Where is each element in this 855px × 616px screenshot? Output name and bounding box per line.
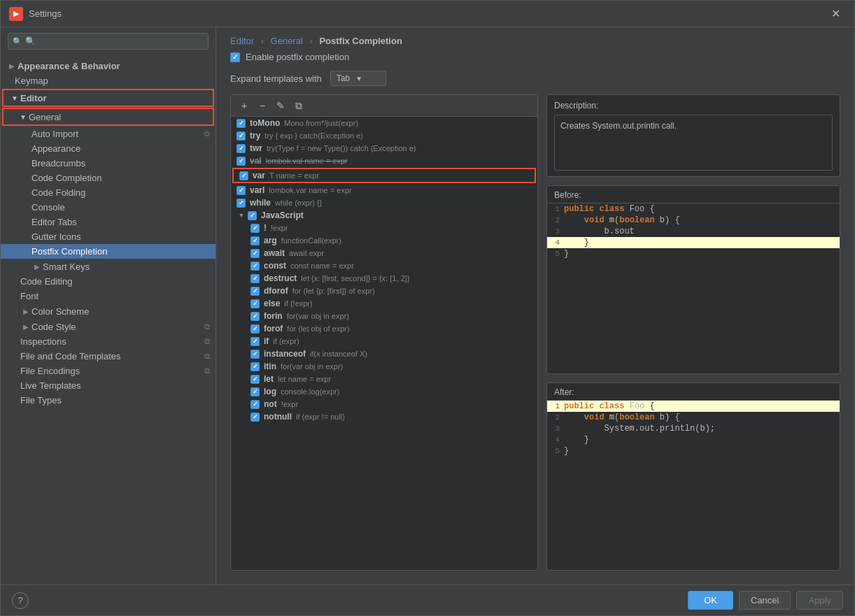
item-checkbox[interactable] — [250, 337, 260, 346]
list-item[interactable]: else if (!expr) — [231, 297, 537, 310]
list-item[interactable]: log console.log(expr) — [231, 385, 537, 398]
main-content: 🔍 ▶ Appearance & Behavior Keymap ▼ Edito… — [1, 27, 854, 585]
list-item[interactable]: instanceof if(x instanceof X) — [231, 348, 537, 360]
code-line: 4 } — [547, 434, 840, 445]
before-code-box: Before: 1 public class Foo { 2 void m(bo… — [546, 185, 840, 374]
code-line: 1 public class Foo { — [547, 203, 840, 215]
copy-button[interactable]: ⧉ — [291, 98, 306, 113]
item-checkbox[interactable] — [250, 299, 260, 308]
remove-button[interactable]: − — [255, 98, 270, 113]
sidebar-item-file-code-templates[interactable]: File and Code Templates ⧉ — [1, 349, 215, 364]
arrow-icon: ▶ — [20, 306, 31, 317]
sidebar-item-appearance-behavior[interactable]: ▶ Appearance & Behavior — [1, 58, 215, 73]
edit-button[interactable]: ✎ — [273, 98, 288, 113]
sidebar-item-appearance[interactable]: Appearance — [1, 141, 215, 156]
sidebar-label: Appearance — [31, 143, 210, 154]
list-item[interactable]: not !expr — [231, 398, 537, 410]
enable-label: Enable postfix completion — [246, 52, 349, 62]
list-item[interactable]: try try { exp } catch(Exception e) — [231, 129, 537, 142]
list-item[interactable]: itin for(var obj in expr) — [231, 360, 537, 373]
item-checkbox[interactable] — [250, 312, 260, 321]
item-checkbox[interactable] — [236, 131, 246, 141]
sidebar-item-general[interactable]: ▼ General — [2, 108, 214, 126]
item-checkbox[interactable] — [239, 171, 248, 180]
cancel-button[interactable]: Cancel — [739, 591, 791, 610]
sidebar-label: Auto Import — [31, 129, 202, 139]
list-item[interactable]: toMono Mono.from*/just(expr) — [231, 117, 537, 129]
list-item[interactable]: destruct let {x: [first, second]} = {x: … — [231, 272, 537, 285]
list-item[interactable]: while while (expr) {} — [231, 196, 537, 209]
item-checkbox[interactable] — [250, 375, 260, 384]
arrow-icon: ▼ — [9, 92, 20, 103]
item-checkbox[interactable] — [236, 199, 246, 208]
js-group-row[interactable]: ▼ JavaScript — [231, 209, 537, 222]
sidebar-item-code-editing[interactable]: Code Editing — [1, 274, 215, 289]
right-info-panel: Description: Creates System.out.println … — [546, 94, 840, 571]
sidebar-item-gutter-icons[interactable]: Gutter Icons — [1, 229, 215, 244]
sidebar-item-inspections[interactable]: Inspections ⧉ — [1, 334, 215, 349]
item-checkbox[interactable] — [236, 144, 246, 153]
sidebar-item-keymap[interactable]: Keymap — [1, 73, 215, 88]
item-checkbox[interactable] — [250, 236, 260, 245]
close-button[interactable]: ✕ — [826, 4, 846, 23]
item-checkbox[interactable] — [236, 119, 246, 128]
list-item-var[interactable]: var T name = expr — [232, 168, 536, 183]
sidebar-item-file-encodings[interactable]: File Encodings ⧉ — [1, 364, 215, 378]
item-checkbox[interactable] — [250, 413, 260, 422]
sidebar-item-auto-import[interactable]: Auto Import ⧉ — [1, 127, 215, 141]
enable-checkbox[interactable] — [230, 52, 240, 62]
sidebar-item-font[interactable]: Font — [1, 289, 215, 303]
sidebar-item-code-style[interactable]: ▶ Code Style ⧉ — [1, 319, 215, 334]
list-item[interactable]: ! !expr — [231, 222, 537, 234]
breadcrumb-current: Postfix Completion — [319, 36, 402, 46]
item-checkbox[interactable] — [250, 324, 260, 334]
list-item[interactable]: twr try(Type f = new Type()) catch (Exce… — [231, 142, 537, 155]
list-item[interactable]: const const name = expr — [231, 259, 537, 272]
item-checkbox[interactable] — [250, 262, 260, 271]
sidebar-item-breadcrumbs[interactable]: Breadcrumbs — [1, 156, 215, 171]
item-checkbox[interactable] — [250, 362, 260, 371]
list-item[interactable]: notnull if (expr != null) — [231, 410, 537, 423]
add-button[interactable]: + — [236, 98, 252, 113]
item-checkbox[interactable] — [236, 186, 246, 195]
ok-button[interactable]: OK — [688, 591, 733, 610]
list-item[interactable]: varl lombok.var name = expr — [231, 184, 537, 196]
list-toolbar: + − ✎ ⧉ — [231, 95, 537, 117]
copy-icon: ⧉ — [204, 322, 210, 331]
sidebar-item-color-scheme[interactable]: ▶ Color Scheme — [1, 303, 215, 319]
sidebar-item-code-folding[interactable]: Code Folding — [1, 185, 215, 200]
list-item[interactable]: dforof for (let {p: [first]} of expr) — [231, 285, 537, 297]
expand-dropdown[interactable]: Tab ▼ — [330, 71, 386, 86]
list-item[interactable]: val lombok.val name = expr — [231, 155, 537, 167]
item-checkbox[interactable] — [236, 157, 246, 166]
sidebar-item-console[interactable]: Console — [1, 200, 215, 215]
item-checkbox[interactable] — [250, 350, 260, 359]
help-button[interactable]: ? — [12, 592, 29, 609]
item-checkbox[interactable] — [250, 387, 260, 396]
item-checkbox[interactable] — [250, 400, 260, 409]
list-item[interactable]: await await expr — [231, 247, 537, 259]
sidebar-item-editor[interactable]: ▼ Editor — [2, 89, 214, 107]
group-checkbox[interactable] — [248, 211, 257, 220]
search-input[interactable] — [8, 33, 209, 50]
item-checkbox[interactable] — [250, 287, 260, 296]
list-item[interactable]: if if (expr) — [231, 335, 537, 348]
sidebar-item-editor-tabs[interactable]: Editor Tabs — [1, 215, 215, 229]
list-item[interactable]: forof for (let obj of expr) — [231, 322, 537, 335]
copy-icon: ⧉ — [204, 129, 210, 138]
sidebar-label: File and Code Templates — [20, 351, 202, 361]
list-item[interactable]: arg functionCall(expr) — [231, 234, 537, 247]
item-checkbox[interactable] — [250, 274, 260, 283]
list-item[interactable]: forin for(var obj in expr) — [231, 310, 537, 322]
list-item[interactable]: let let name = expr — [231, 373, 537, 385]
sidebar-item-smart-keys[interactable]: ▶ Smart Keys — [1, 259, 215, 274]
sidebar-item-postfix-completion[interactable]: Postfix Completion — [1, 244, 215, 259]
code-line: 3 System.out.println(b); — [547, 423, 840, 434]
sidebar-item-file-types[interactable]: File Types — [1, 393, 215, 408]
item-checkbox[interactable] — [250, 224, 260, 233]
sidebar-item-code-completion[interactable]: Code Completion — [1, 171, 215, 185]
sidebar-label: File Encodings — [20, 366, 202, 376]
apply-button[interactable]: Apply — [796, 591, 843, 610]
item-checkbox[interactable] — [250, 249, 260, 258]
sidebar-item-live-templates[interactable]: Live Templates — [1, 378, 215, 393]
